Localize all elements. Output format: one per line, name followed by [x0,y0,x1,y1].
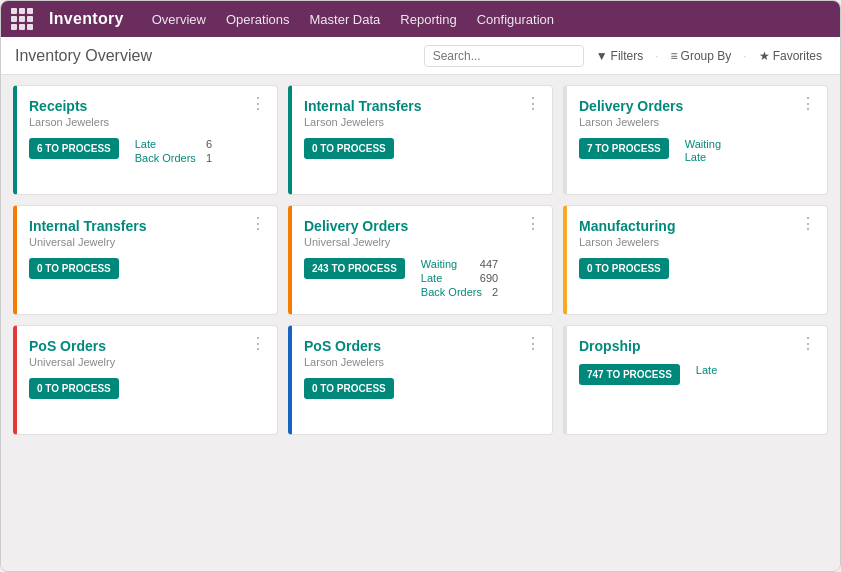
card-subtitle: Universal Jewelry [29,356,265,368]
stat-label: Back Orders [421,286,482,298]
card-delivery-orders-universal: ⋮ Delivery Orders Universal Jewelry 243 … [288,205,553,315]
nav-configuration[interactable]: Configuration [469,8,562,31]
card-title: Receipts [29,98,265,114]
stat-row: Back Orders 1 [135,152,212,164]
filters-button[interactable]: ▼ Filters [592,47,648,65]
process-button[interactable]: 243 TO PROCESS [304,258,405,279]
groupby-icon: ≡ [671,49,678,63]
card-title: Manufacturing [579,218,815,234]
card-subtitle: Larson Jewelers [579,236,815,248]
card-menu-icon[interactable]: ⋮ [250,336,267,352]
card-body: 6 TO PROCESS Late 6 Back Orders 1 [29,138,265,164]
card-body: 0 TO PROCESS [304,138,540,159]
process-button[interactable]: 6 TO PROCESS [29,138,119,159]
stat-value: 6 [206,138,212,150]
card-subtitle: Universal Jewelry [304,236,540,248]
nav-operations[interactable]: Operations [218,8,298,31]
subheader-toolbar: ▼ Filters · ≡ Group By · ★ Favorites [424,45,826,67]
stat-label: Waiting [421,258,457,270]
card-delivery-orders-larson: ⋮ Delivery Orders Larson Jewelers 7 TO P… [563,85,828,195]
page-title: Inventory Overview [15,47,152,65]
stat-value: 1 [206,152,212,164]
grid-icon[interactable] [11,8,33,30]
app-brand: Inventory [49,10,124,28]
card-menu-icon[interactable]: ⋮ [250,96,267,112]
process-button[interactable]: 747 TO PROCESS [579,364,680,385]
card-menu-icon[interactable]: ⋮ [525,96,542,112]
card-menu-icon[interactable]: ⋮ [250,216,267,232]
card-title: PoS Orders [304,338,540,354]
groupby-button[interactable]: ≡ Group By [667,47,736,65]
stat-label: Late [696,364,717,376]
card-stats: Late 6 Back Orders 1 [135,138,212,164]
nav-reporting[interactable]: Reporting [392,8,464,31]
main-content: ⋮ Receipts Larson Jewelers 6 TO PROCESS … [1,75,840,572]
nav-masterdata[interactable]: Master Data [302,8,389,31]
stat-value: 2 [492,286,498,298]
stat-row: Waiting 447 [421,258,498,270]
card-body: 0 TO PROCESS [304,378,540,399]
card-title: PoS Orders [29,338,265,354]
process-button[interactable]: 0 TO PROCESS [304,378,394,399]
card-menu-icon[interactable]: ⋮ [525,216,542,232]
card-menu-icon[interactable]: ⋮ [800,216,817,232]
card-dropship: ⋮ Dropship 747 TO PROCESS Late [563,325,828,435]
card-stats: Waiting 447 Late 690 Back Orders 2 [421,258,498,298]
card-menu-icon[interactable]: ⋮ [525,336,542,352]
card-subtitle: Larson Jewelers [304,116,540,128]
stat-label: Late [135,138,156,150]
stat-row: Late 6 [135,138,212,150]
topnav: Inventory Overview Operations Master Dat… [1,1,840,37]
process-button[interactable]: 0 TO PROCESS [304,138,394,159]
card-pos-orders-larson: ⋮ PoS Orders Larson Jewelers 0 TO PROCES… [288,325,553,435]
nav-overview[interactable]: Overview [144,8,214,31]
process-button[interactable]: 0 TO PROCESS [579,258,669,279]
filter-icon: ▼ [596,49,608,63]
card-internal-transfers-universal: ⋮ Internal Transfers Universal Jewelry 0… [13,205,278,315]
card-title: Internal Transfers [29,218,265,234]
stat-row: Back Orders 2 [421,286,498,298]
card-pos-orders-universal: ⋮ PoS Orders Universal Jewelry 0 TO PROC… [13,325,278,435]
card-title: Internal Transfers [304,98,540,114]
stat-label: Late [421,272,442,284]
card-body: 7 TO PROCESS WaitingLate [579,138,815,163]
card-title: Delivery Orders [304,218,540,234]
star-icon: ★ [759,49,770,63]
subheader: Inventory Overview ▼ Filters · ≡ Group B… [1,37,840,75]
card-body: 0 TO PROCESS [29,378,265,399]
favorites-button[interactable]: ★ Favorites [755,47,826,65]
card-title: Delivery Orders [579,98,815,114]
card-subtitle: Universal Jewelry [29,236,265,248]
cards-grid: ⋮ Receipts Larson Jewelers 6 TO PROCESS … [13,85,828,435]
card-title: Dropship [579,338,815,354]
stat-row: Late 690 [421,272,498,284]
card-receipts-larson: ⋮ Receipts Larson Jewelers 6 TO PROCESS … [13,85,278,195]
process-button[interactable]: 7 TO PROCESS [579,138,669,159]
process-button[interactable]: 0 TO PROCESS [29,378,119,399]
search-box[interactable] [424,45,584,67]
card-body: 747 TO PROCESS Late [579,364,815,385]
stat-value: 690 [480,272,498,284]
card-body: 243 TO PROCESS Waiting 447 Late 690 Back… [304,258,540,298]
stat-label: Late [685,151,721,163]
card-body: 0 TO PROCESS [29,258,265,279]
card-manufacturing-larson: ⋮ Manufacturing Larson Jewelers 0 TO PRO… [563,205,828,315]
stat-value: 447 [480,258,498,270]
search-input[interactable] [433,49,575,63]
process-button[interactable]: 0 TO PROCESS [29,258,119,279]
card-subtitle: Larson Jewelers [579,116,815,128]
stat-label: Back Orders [135,152,196,164]
card-menu-icon[interactable]: ⋮ [800,96,817,112]
card-subtitle: Larson Jewelers [29,116,265,128]
card-internal-transfers-larson: ⋮ Internal Transfers Larson Jewelers 0 T… [288,85,553,195]
topnav-menu: Overview Operations Master Data Reportin… [144,8,562,31]
stat-label: Waiting [685,138,721,150]
card-subtitle: Larson Jewelers [304,356,540,368]
card-stats-inline: Late [696,364,717,376]
card-body: 0 TO PROCESS [579,258,815,279]
card-stats-inline: WaitingLate [685,138,721,163]
card-menu-icon[interactable]: ⋮ [800,336,817,352]
